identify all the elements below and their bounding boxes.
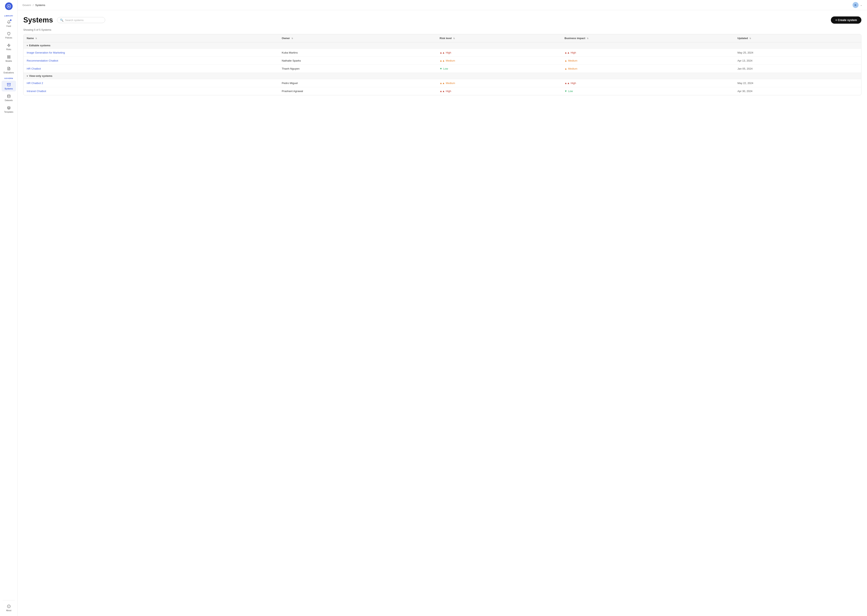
table-row: Image Generation for Marketing Kuba Mart… <box>24 49 861 57</box>
table-row: Intranet Chatbot Prashant Agrawal ▲▲ Hig… <box>24 87 861 95</box>
svg-rect-4 <box>9 57 10 58</box>
sidebar-item-systems[interactable]: Systems <box>2 81 16 91</box>
app-logo[interactable] <box>5 2 13 10</box>
business-impact-cell: ▲ Medium <box>561 65 735 73</box>
avatar-initials: K <box>854 4 856 6</box>
risk-level-icon: ▲▲ <box>440 59 445 62</box>
feed-badge <box>10 19 11 21</box>
layers-icon <box>6 105 11 110</box>
group-label: Editable systems <box>29 44 50 47</box>
page-header: Systems 🔍 + Create system <box>23 16 861 24</box>
bi-icon: ▲▲ <box>564 51 570 54</box>
updated-cell: May 22, 2024 <box>735 79 861 87</box>
sidebar-item-risks[interactable]: Risks <box>2 41 16 52</box>
business-impact-cell: ▲▲ High <box>561 79 735 87</box>
risk-badge: ▲▲ Medium <box>440 59 455 62</box>
system-name-link[interactable]: HR Chatbot 2 <box>27 82 43 85</box>
bi-icon: ▲ <box>564 59 567 62</box>
system-name-link[interactable]: Image Generation for Marketing <box>27 51 65 54</box>
sidebar-item-models[interactable]: Models <box>2 53 16 64</box>
risk-badge: ▲▲ Medium <box>440 82 455 85</box>
sidebar-item-feed-label: Feed <box>6 25 11 27</box>
sidebar-item-about-label: About <box>6 610 11 611</box>
sidebar-item-models-label: Models <box>5 60 12 62</box>
systems-table: Name ⇅ Owner ⇅ Risk level ⇅ Business i <box>23 34 861 95</box>
zap-icon <box>6 43 11 48</box>
group-chevron-icon: ▾ <box>27 75 28 77</box>
col-business-impact[interactable]: Business impact ⇅ <box>561 34 735 42</box>
bi-badge: ▲ Medium <box>564 59 577 62</box>
sidebar-item-feed[interactable]: Feed <box>2 18 16 29</box>
business-impact-cell: ▲ Medium <box>561 57 735 65</box>
grid-icon <box>6 55 11 59</box>
table-row: HR Chatbot 2 Pedro Miguel ▲▲ Medium ▲▲ H… <box>24 79 861 87</box>
table-row: Recommendation Chatbot Nathalie Sparks ▲… <box>24 57 861 65</box>
risk-level-cell: ▲▲ High <box>437 49 561 57</box>
svg-marker-1 <box>8 44 10 47</box>
inbox-icon <box>6 82 11 87</box>
risk-level-icon: ▲▲ <box>440 51 445 54</box>
bi-badge: ▼ Low <box>564 90 573 93</box>
sidebar-item-templates[interactable]: Templates <box>2 104 16 115</box>
system-name-link[interactable]: Intranet Chatbot <box>27 90 46 93</box>
search-icon: 🔍 <box>60 19 63 22</box>
sort-updated-icon: ⇅ <box>749 37 751 39</box>
updated-cell: Apr 30, 2024 <box>735 87 861 95</box>
main-area: Govern / Systems K ⌄ Systems 🔍 + Create … <box>18 0 867 616</box>
sidebar-item-policies[interactable]: Policies <box>2 30 16 41</box>
search-bar[interactable]: 🔍 <box>57 17 105 23</box>
col-risk-level[interactable]: Risk level ⇅ <box>437 34 561 42</box>
col-name[interactable]: Name ⇅ <box>24 34 279 42</box>
svg-rect-5 <box>8 57 8 58</box>
sidebar-item-evaluations[interactable]: Evaluations <box>2 64 16 75</box>
sidebar-item-evaluations-label: Evaluations <box>4 72 14 74</box>
risk-level-icon: ▲▲ <box>440 82 445 85</box>
owner-cell: Prashant Agrawal <box>279 87 437 95</box>
svg-point-10 <box>8 95 10 96</box>
group-row[interactable]: ▾Editable systems <box>24 42 861 49</box>
avatar-chevron-icon[interactable]: ⌄ <box>860 4 862 6</box>
search-input[interactable] <box>65 19 102 22</box>
sidebar: LIBRARY Feed Policies Risks <box>0 0 18 616</box>
breadcrumb: Govern / Systems <box>22 4 45 6</box>
risk-badge: ▲▲ High <box>440 90 451 93</box>
breadcrumb-separator: / <box>33 4 33 6</box>
updated-cell: Jan 05, 2024 <box>735 65 861 73</box>
system-name-link[interactable]: Recommendation Chatbot <box>27 59 58 62</box>
svg-rect-3 <box>9 55 10 57</box>
topbar: Govern / Systems K ⌄ <box>18 0 867 10</box>
sidebar-item-datasets-label: Datasets <box>5 99 13 101</box>
sort-bi-icon: ⇅ <box>587 37 588 39</box>
bi-badge: ▲▲ High <box>564 51 576 54</box>
svg-marker-11 <box>7 107 10 108</box>
risk-badge: ▼ Low <box>440 67 448 70</box>
system-name-link[interactable]: HR Chatbot <box>27 67 41 70</box>
breadcrumb-parent: Govern <box>22 4 31 6</box>
avatar[interactable]: K <box>853 2 859 8</box>
create-system-button[interactable]: + Create system <box>831 16 861 24</box>
risk-level-icon: ▼ <box>440 67 442 70</box>
updated-cell: May 25, 2024 <box>735 49 861 57</box>
group-chevron-icon: ▾ <box>27 44 28 47</box>
risk-level-cell: ▲▲ Medium <box>437 57 561 65</box>
col-owner[interactable]: Owner ⇅ <box>279 34 437 42</box>
bell-icon <box>6 20 11 24</box>
bi-badge: ▲ Medium <box>564 67 577 70</box>
sort-owner-icon: ⇅ <box>292 37 293 39</box>
breadcrumb-current: Systems <box>35 4 45 6</box>
page-title: Systems <box>23 16 53 24</box>
updated-cell: Apr 13, 2024 <box>735 57 861 65</box>
owner-cell: Pedro Miguel <box>279 79 437 87</box>
risk-badge: ▲▲ High <box>440 51 451 54</box>
bi-icon: ▲▲ <box>564 82 570 85</box>
info-icon <box>6 604 11 609</box>
risk-level-cell: ▲▲ Medium <box>437 79 561 87</box>
file-icon <box>6 66 11 71</box>
business-impact-cell: ▲▲ High <box>561 49 735 57</box>
sort-risk-icon: ⇅ <box>453 37 455 39</box>
owner-cell: Kuba Martins <box>279 49 437 57</box>
sidebar-item-about[interactable]: About <box>2 602 16 613</box>
sidebar-item-datasets[interactable]: Datasets <box>2 92 16 103</box>
col-updated[interactable]: Updated ⇅ <box>735 34 861 42</box>
group-row[interactable]: ▾View-only systems <box>24 73 861 79</box>
